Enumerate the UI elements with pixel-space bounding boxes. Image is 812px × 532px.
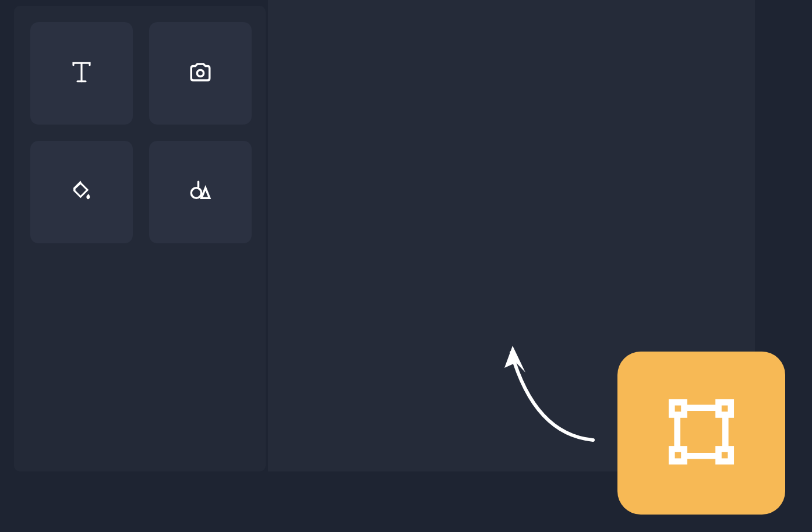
camera-icon [188, 60, 213, 87]
tool-camera[interactable] [149, 22, 252, 125]
paint-bucket-icon [69, 179, 94, 205]
text-icon [69, 60, 94, 87]
svg-rect-3 [672, 402, 684, 414]
tool-shapes[interactable] [149, 141, 252, 243]
svg-rect-5 [672, 449, 684, 462]
tool-fill[interactable] [30, 141, 133, 243]
shapes-icon [188, 179, 213, 205]
fab-object-select[interactable] [617, 352, 785, 515]
bounding-box-icon [667, 398, 736, 469]
svg-point-1 [191, 188, 202, 198]
svg-rect-4 [719, 402, 731, 414]
tool-text[interactable] [30, 22, 133, 125]
tool-panel [14, 6, 266, 471]
svg-point-0 [197, 70, 203, 76]
svg-rect-6 [719, 449, 731, 462]
